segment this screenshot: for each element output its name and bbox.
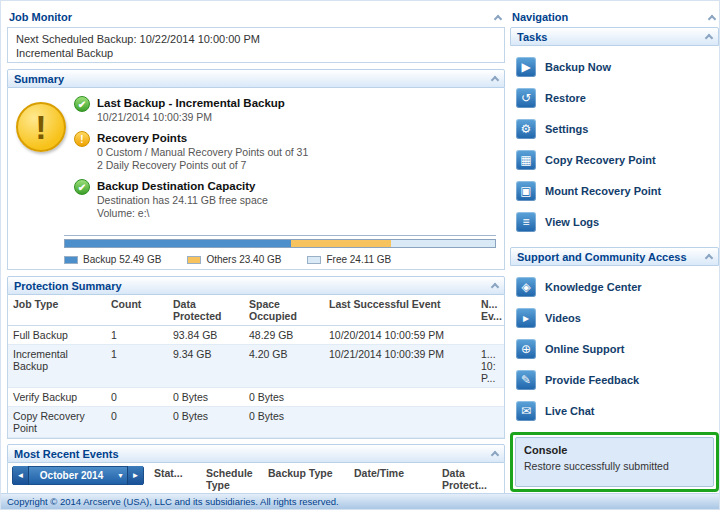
- summary-item-line: 0 Custom / Manual Recovery Points out of…: [97, 146, 308, 159]
- col-date-time: Date/Time: [354, 467, 442, 491]
- collapse-summary-icon[interactable]: [491, 76, 499, 84]
- console-title: Console: [524, 444, 705, 456]
- support-label: Online Support: [545, 343, 624, 355]
- protection-summary-table: Job Type Count Data Protected Space Occu…: [7, 295, 505, 439]
- cell-count: 0: [106, 407, 168, 438]
- next-month-button[interactable]: ►: [127, 466, 143, 485]
- support-online-support[interactable]: ⊕ Online Support: [512, 333, 717, 364]
- cell-data-protected: 0 Bytes: [168, 388, 244, 407]
- task-mount-recovery-point[interactable]: ▣ Mount Recovery Point: [512, 175, 717, 206]
- cell-job-type: Copy Recovery Point: [8, 407, 106, 438]
- task-view-logs[interactable]: ≡ View Logs: [512, 206, 717, 237]
- online-support-icon: ⊕: [516, 339, 536, 359]
- videos-icon: ▸: [516, 308, 536, 328]
- summary-item-title: Recovery Points: [97, 131, 308, 146]
- legend-label: Backup 52.49 GB: [83, 254, 161, 265]
- task-label: Settings: [545, 123, 588, 135]
- month-selector[interactable]: ◄ October 2014 ▼ ►: [12, 466, 144, 485]
- task-restore[interactable]: ↺ Restore: [512, 82, 717, 113]
- task-label: Restore: [545, 92, 586, 104]
- job-monitor-panel: Next Scheduled Backup: 10/22/2014 10:00:…: [7, 27, 505, 63]
- summary-panel: ! ✔ Last Backup - Incremental Backup 10/…: [7, 88, 505, 270]
- job-monitor-title: Job Monitor: [9, 11, 72, 23]
- events-column-headers: Stat... Schedule Type Backup Type Date/T…: [154, 466, 500, 491]
- collapse-protection-summary-icon[interactable]: [491, 283, 499, 291]
- collapse-job-monitor-icon[interactable]: [494, 14, 502, 22]
- knowledge-center-icon: ◈: [516, 277, 536, 297]
- support-live-chat[interactable]: ✉ Live Chat: [512, 395, 717, 426]
- capacity-segment-free: [391, 240, 495, 247]
- legend-others: Others 23.40 GB: [187, 254, 281, 265]
- support-label: Live Chat: [545, 405, 595, 417]
- summary-item-line: Destination has 24.11 GB free space: [97, 194, 268, 207]
- cell-last-event: 10/21/2014 10:00:39 PM: [324, 345, 476, 388]
- live-chat-icon: ✉: [516, 401, 536, 421]
- support-header[interactable]: Support and Community Access: [510, 247, 719, 266]
- task-label: Mount Recovery Point: [545, 185, 661, 197]
- col-space-occupied: Space Occupied: [244, 295, 324, 326]
- cell-next-event: [476, 326, 504, 345]
- most-recent-events-header[interactable]: Most Recent Events: [7, 444, 505, 463]
- month-label[interactable]: October 2014: [29, 470, 114, 481]
- month-dropdown-caret-icon[interactable]: ▼: [114, 472, 127, 479]
- success-icon: ✔: [74, 96, 90, 112]
- cell-last-event: [324, 388, 476, 407]
- summary-item-line: 2 Daily Recovery Points out of 7: [97, 159, 308, 172]
- col-next-event: N... Ev...: [476, 295, 504, 326]
- legend-backup: Backup 52.49 GB: [64, 254, 161, 265]
- prev-month-button[interactable]: ◄: [13, 466, 29, 485]
- cell-count: 1: [106, 326, 168, 345]
- capacity-legend: Backup 52.49 GB Others 23.40 GB Free 24.…: [64, 254, 496, 265]
- protection-summary-title: Protection Summary: [14, 280, 122, 292]
- task-label: Copy Recovery Point: [545, 154, 656, 166]
- summary-title: Summary: [14, 73, 64, 85]
- collapse-support-icon[interactable]: [705, 254, 713, 262]
- collapse-navigation-icon[interactable]: [708, 14, 716, 22]
- task-settings[interactable]: ⚙ Settings: [512, 113, 717, 144]
- job-monitor-header[interactable]: Job Monitor: [7, 7, 505, 27]
- next-scheduled-backup-text: Next Scheduled Backup: 10/22/2014 10:00:…: [16, 32, 496, 46]
- task-label: Backup Now: [545, 61, 611, 73]
- support-videos[interactable]: ▸ Videos: [512, 302, 717, 333]
- protection-summary-header[interactable]: Protection Summary: [7, 276, 505, 295]
- summary-item-title: Last Backup - Incremental Backup: [97, 96, 285, 111]
- cell-space-occupied: 0 Bytes: [244, 407, 324, 438]
- cell-last-event: [324, 407, 476, 438]
- tasks-header[interactable]: Tasks: [510, 27, 719, 46]
- mount-recovery-point-icon: ▣: [516, 181, 536, 201]
- support-list: ◈ Knowledge Center ▸ Videos ⊕ Online Sup…: [510, 266, 719, 426]
- navigation-panel: Navigation Tasks ▶ Backup Now ↺ Restore …: [510, 7, 719, 494]
- table-row: Copy Recovery Point 0 0 Bytes 0 Bytes: [8, 407, 504, 438]
- table-header-row: Job Type Count Data Protected Space Occu…: [8, 295, 504, 326]
- arcserve-agent-window: Job Monitor Next Scheduled Backup: 10/22…: [0, 0, 720, 510]
- support-title: Support and Community Access: [517, 251, 687, 263]
- collapse-tasks-icon[interactable]: [705, 34, 713, 42]
- navigation-header[interactable]: Navigation: [510, 7, 719, 27]
- cell-job-type: Full Backup: [8, 326, 106, 345]
- copyright-footer: Copyright © 2014 Arcserve (USA), LLC and…: [1, 493, 720, 509]
- legend-label: Others 23.40 GB: [206, 254, 281, 265]
- summary-header[interactable]: Summary: [7, 69, 505, 88]
- next-backup-type-text: Incremental Backup: [16, 46, 496, 60]
- main-panel: Job Monitor Next Scheduled Backup: 10/22…: [7, 7, 505, 494]
- cell-count: 1: [106, 345, 168, 388]
- summary-item-line: 10/21/2014 10:00:39 PM: [97, 111, 285, 124]
- capacity-segment-others: [291, 240, 392, 247]
- collapse-events-icon[interactable]: [491, 451, 499, 459]
- legend-swatch-others: [187, 256, 201, 264]
- copyright-text: Copyright © 2014 Arcserve (USA), LLC and…: [7, 496, 339, 507]
- col-last-successful-event: Last Successful Event: [324, 295, 476, 326]
- cell-job-type: Verify Backup: [8, 388, 106, 407]
- provide-feedback-icon: ✎: [516, 370, 536, 390]
- task-backup-now[interactable]: ▶ Backup Now: [512, 51, 717, 82]
- task-label: View Logs: [545, 216, 599, 228]
- table-row: Incremental Backup 1 9.34 GB 4.20 GB 10/…: [8, 345, 504, 388]
- copy-recovery-point-icon: ▦: [516, 150, 536, 170]
- task-copy-recovery-point[interactable]: ▦ Copy Recovery Point: [512, 144, 717, 175]
- cell-data-protected: 9.34 GB: [168, 345, 244, 388]
- col-schedule-type: Schedule Type: [206, 467, 268, 491]
- capacity-segment-backup: [65, 240, 291, 247]
- support-label: Provide Feedback: [545, 374, 639, 386]
- support-knowledge-center[interactable]: ◈ Knowledge Center: [512, 271, 717, 302]
- support-provide-feedback[interactable]: ✎ Provide Feedback: [512, 364, 717, 395]
